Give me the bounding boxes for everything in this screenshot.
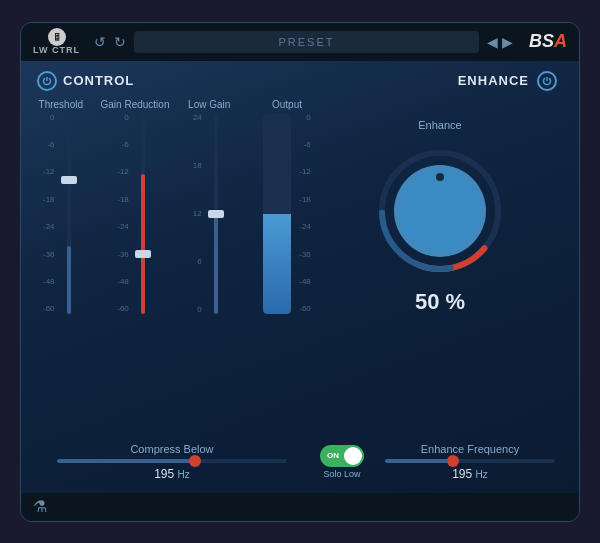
low-gain-slider-group: Low Gain 24 18 12 6 0 xyxy=(185,99,233,433)
thresh-mark-3: -18 xyxy=(43,196,55,204)
gr-mark-0: 0 xyxy=(117,114,129,122)
enhance-freq-section: Enhance Frequency 195 Hz xyxy=(377,443,563,481)
controls-area: Threshold 0 -6 -12 -18 -24 -36 -48 -60 xyxy=(37,99,563,433)
bsa-logo: BSA xyxy=(529,31,567,52)
enhance-value: 50 % xyxy=(415,289,465,315)
out-mark-7: -60 xyxy=(299,305,311,313)
undo-button[interactable]: ↺ xyxy=(94,34,106,50)
top-row: CONTROL ENHANCE xyxy=(37,71,563,91)
gain-reduction-slider[interactable] xyxy=(133,114,153,314)
toggle-on-label: ON xyxy=(327,451,339,460)
gr-mark-5: -36 xyxy=(117,251,129,259)
enhance-knob[interactable] xyxy=(370,141,510,281)
svg-point-3 xyxy=(400,171,480,251)
threshold-slider-group: Threshold 0 -6 -12 -18 -24 -36 -48 -60 xyxy=(37,99,85,433)
enhance-freq-slider[interactable] xyxy=(385,459,555,463)
toggle-container[interactable]: ON xyxy=(320,445,364,467)
gr-mark-7: -60 xyxy=(117,305,129,313)
low-gain-slider[interactable] xyxy=(206,114,226,314)
compress-below-label: Compress Below xyxy=(130,443,213,455)
lg-mark-4: 0 xyxy=(193,306,202,314)
thresh-mark-6: -48 xyxy=(43,278,55,286)
svg-point-4 xyxy=(436,173,444,181)
gr-mark-2: -12 xyxy=(117,168,129,176)
logo-text: LW CTRL xyxy=(33,46,80,55)
output-label: Output xyxy=(272,99,302,110)
redo-button[interactable]: ↻ xyxy=(114,34,126,50)
toggle-knob xyxy=(344,447,362,465)
thresh-mark-7: -60 xyxy=(43,305,55,313)
solo-low-label: Solo Low xyxy=(323,469,360,479)
gr-mark-3: -18 xyxy=(117,196,129,204)
solo-low-section: ON Solo Low xyxy=(307,445,377,479)
bottom-row: Compress Below 195 Hz ON So xyxy=(37,443,563,481)
thresh-mark-1: -6 xyxy=(43,141,55,149)
gr-mark-6: -48 xyxy=(117,278,129,286)
main-content: CONTROL ENHANCE Threshold xyxy=(21,61,579,493)
preset-label: PRESET xyxy=(278,36,334,48)
thresh-mark-5: -36 xyxy=(43,251,55,259)
thresh-mark-4: -24 xyxy=(43,223,55,231)
logo-icon: 🎛 xyxy=(48,28,66,46)
gain-reduction-slider-group: Gain Reduction 0 -6 -12 -18 -24 -36 -48 … xyxy=(101,99,170,433)
control-power-button[interactable] xyxy=(37,71,57,91)
enhance-title-label: ENHANCE xyxy=(458,73,529,88)
lg-mark-0: 24 xyxy=(193,114,202,122)
filter-icon: ⚗ xyxy=(33,497,47,516)
out-mark-0: 0 xyxy=(299,114,311,122)
logo-lw: 🎛 LW CTRL xyxy=(33,28,80,55)
enhance-section: Enhance xyxy=(317,99,563,433)
sliders-section: Threshold 0 -6 -12 -18 -24 -36 -48 -60 xyxy=(37,99,317,433)
solo-low-toggle[interactable]: ON xyxy=(320,445,364,467)
output-meter xyxy=(263,114,291,314)
header: 🎛 LW CTRL ↺ ↻ PRESET ◀ ▶ BSA xyxy=(21,23,579,61)
output-section: Output 0 -6 -12 -18 -24 -36 xyxy=(257,99,317,433)
out-mark-5: -36 xyxy=(299,251,311,259)
enhance-header: ENHANCE xyxy=(458,71,563,91)
enhance-freq-value: 195 Hz xyxy=(452,467,488,481)
enhance-power-button[interactable] xyxy=(537,71,557,91)
gr-mark-4: -24 xyxy=(117,223,129,231)
lg-mark-2: 12 xyxy=(193,210,202,218)
plugin-container: 🎛 LW CTRL ↺ ↻ PRESET ◀ ▶ BSA CONTROL xyxy=(20,22,580,522)
bottom-bar: ⚗ xyxy=(21,493,579,521)
threshold-slider[interactable] xyxy=(59,114,79,314)
gain-reduction-label: Gain Reduction xyxy=(101,99,170,110)
next-button[interactable]: ▶ xyxy=(502,34,513,50)
enhance-freq-label: Enhance Frequency xyxy=(421,443,519,455)
thresh-mark-2: -12 xyxy=(43,168,55,176)
gr-mark-1: -6 xyxy=(117,141,129,149)
compress-below-slider[interactable] xyxy=(57,459,287,463)
compress-below-section: Compress Below 195 Hz xyxy=(37,443,307,481)
thresh-mark-0: 0 xyxy=(43,114,55,122)
enhance-knob-label: Enhance xyxy=(418,119,461,131)
out-mark-3: -18 xyxy=(299,196,311,204)
low-gain-label: Low Gain xyxy=(188,99,230,110)
compress-below-value: 195 Hz xyxy=(154,467,190,481)
prev-button[interactable]: ◀ xyxy=(487,34,498,50)
nav-arrows: ◀ ▶ xyxy=(487,34,513,50)
control-title: CONTROL xyxy=(63,73,134,88)
out-mark-4: -24 xyxy=(299,223,311,231)
preset-bar[interactable]: PRESET xyxy=(134,31,479,53)
out-mark-6: -48 xyxy=(299,278,311,286)
threshold-label: Threshold xyxy=(39,99,83,110)
out-mark-1: -6 xyxy=(299,141,311,149)
lg-mark-3: 6 xyxy=(193,258,202,266)
out-mark-2: -12 xyxy=(299,168,311,176)
lg-mark-1: 18 xyxy=(193,162,202,170)
